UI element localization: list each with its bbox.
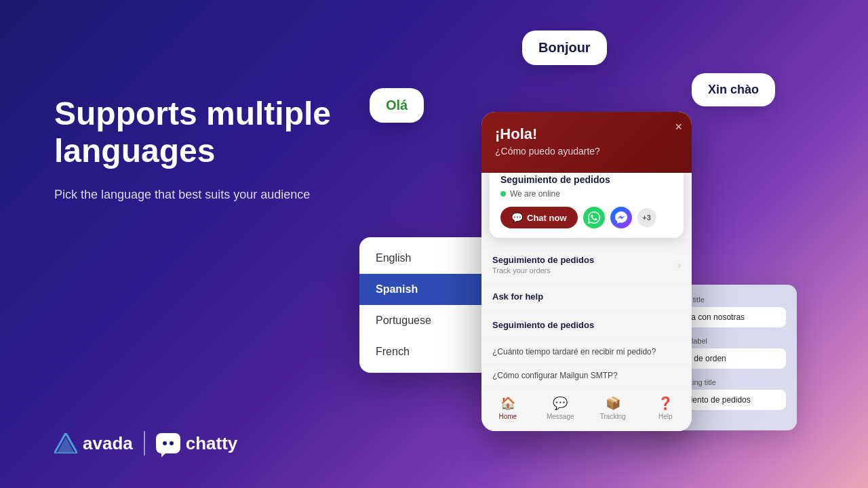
chatty-dot-1 (163, 441, 167, 445)
bubble-ola: Olá (370, 88, 424, 123)
bubble-xinchao: Xin chào (692, 73, 775, 106)
list-item-1[interactable]: Seguimiento de pedidos Track your orders… (481, 246, 692, 283)
chat-widget: × ¡Hola! ¿Cómo puedo ayudarte? Seguimien… (481, 112, 692, 431)
chat-bubble-icon: 💬 (511, 212, 523, 223)
avada-icon (54, 433, 77, 453)
nav-tab-message[interactable]: 💬 Message (534, 393, 587, 423)
chat-subtitle: ¿Cómo puedo ayudarte? (495, 146, 678, 157)
online-indicator: We are online (500, 189, 673, 199)
online-dot (500, 191, 506, 197)
whatsapp-button[interactable] (583, 207, 605, 228)
faq-item-2[interactable]: ¿Cómo configurar Mailgun SMTP? (481, 363, 692, 387)
bubble-bonjour: Bonjour (522, 30, 607, 65)
chat-bottom-nav: 🏠 Home 💬 Message 📦 Tracking ❓ Help (481, 387, 692, 428)
chatty-icon (156, 433, 180, 453)
help-label: Help (658, 413, 673, 420)
chatty-text: chatty (186, 433, 238, 454)
nav-tab-home[interactable]: 🏠 Home (481, 393, 534, 423)
online-text: We are online (510, 189, 560, 199)
chatty-dot-2 (170, 441, 174, 445)
chat-header: × ¡Hola! ¿Cómo puedo ayudarte? (481, 112, 692, 173)
chatty-logo: chatty (156, 433, 238, 454)
messenger-button[interactable] (610, 207, 632, 228)
message-label: Message (547, 413, 574, 420)
nav-tab-tracking[interactable]: 📦 Tracking (587, 393, 639, 423)
home-label: Home (498, 413, 517, 420)
left-content: Supports multiple languages Pick the lan… (54, 95, 346, 204)
chat-card: Seguimiento de pedidos We are online 💬 C… (490, 165, 684, 238)
list-sub-1: Track your orders (492, 266, 594, 274)
avada-logo: avada (54, 433, 133, 454)
home-icon: 🏠 (500, 396, 515, 411)
chevron-right-icon: › (677, 260, 681, 270)
tracking-icon: 📦 (606, 396, 620, 411)
avada-text: avada (83, 433, 133, 454)
nav-tab-help[interactable]: ❓ Help (639, 393, 692, 423)
chat-greeting: ¡Hola! (495, 125, 678, 143)
chat-card-title: Seguimiento de pedidos (500, 174, 673, 185)
list-title-1: Seguimiento de pedidos (492, 255, 594, 265)
plus-channels-badge[interactable]: +3 (637, 208, 656, 227)
bottom-logo: avada chatty (54, 431, 237, 455)
list-title-3: Seguimiento de pedidos (492, 320, 594, 330)
list-title-2: Ask for help (492, 291, 543, 302)
list-item-2[interactable]: Ask for help (481, 283, 692, 311)
help-icon: ❓ (658, 396, 673, 411)
chat-now-button[interactable]: 💬 Chat now (500, 207, 578, 228)
tracking-label: Tracking (600, 413, 626, 420)
close-button[interactable]: × (675, 120, 682, 134)
message-icon: 💬 (553, 396, 568, 411)
sub-heading: Pick the language that best suits your a… (54, 186, 346, 204)
main-heading: Supports multiple languages (54, 95, 346, 169)
faq-item-1[interactable]: ¿Cuánto tiempo tardaré en recibir mi ped… (481, 340, 692, 363)
chat-actions: 💬 Chat now +3 (500, 207, 673, 228)
logo-divider (144, 431, 145, 455)
list-item-3[interactable]: Seguimiento de pedidos (481, 311, 692, 340)
